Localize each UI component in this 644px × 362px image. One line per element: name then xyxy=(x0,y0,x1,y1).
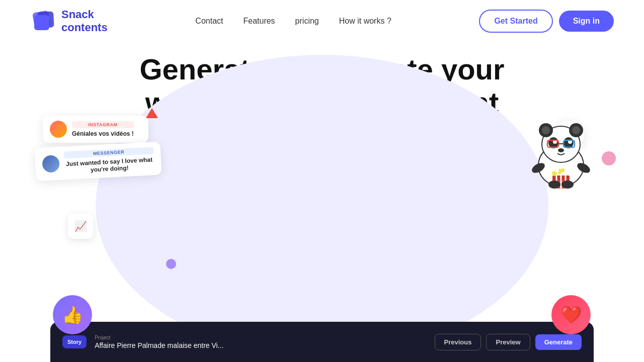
logo[interactable]: Snack contents xyxy=(30,8,108,35)
nav-how-it-works[interactable]: How it works ? xyxy=(339,17,391,25)
nav-features[interactable]: Features xyxy=(243,17,275,25)
triangle-decoration xyxy=(146,108,158,118)
story-badge: Story xyxy=(62,335,87,348)
svg-rect-2 xyxy=(34,15,49,30)
messenger-avatar xyxy=(42,155,60,173)
bottom-panel-right: Previous Preview Generate xyxy=(435,334,582,350)
bar-chart-icon: 📈 xyxy=(74,220,87,232)
nav-pricing[interactable]: pricing xyxy=(295,17,319,25)
svg-point-28 xyxy=(560,168,565,172)
svg-point-8 xyxy=(572,126,580,134)
nav-buttons: Get Started Sign in xyxy=(479,10,614,33)
generate-button[interactable]: Generate xyxy=(535,334,582,350)
nav-contact[interactable]: Contact xyxy=(195,17,223,25)
project-label: Project xyxy=(95,335,223,340)
messenger-card-content: MESSENGER Just wanted to say I love what… xyxy=(64,147,154,175)
social-heart-decoration: ❤️ xyxy=(551,295,591,334)
heart-icon: ❤️ xyxy=(560,305,582,325)
nav-links: Contact Features pricing How it works ? xyxy=(195,17,391,26)
bg-ellipse xyxy=(96,55,548,356)
svg-point-16 xyxy=(558,148,564,152)
like-icon: 👍 xyxy=(62,305,83,325)
instagram-badge: INSTAGRAM xyxy=(72,121,134,128)
instagram-card-content: INSTAGRAM Géniales vos vidéos ! xyxy=(72,121,134,137)
previous-button[interactable]: Previous xyxy=(435,334,481,350)
purple-dot-decoration xyxy=(166,259,176,269)
instagram-avatar xyxy=(50,121,67,138)
messenger-card-text: Just wanted to say I love what you're do… xyxy=(64,156,154,175)
project-info: Project Affaire Pierre Palmade malaise e… xyxy=(95,335,223,349)
svg-point-27 xyxy=(555,168,559,172)
bar-chart-decoration: 📈 xyxy=(68,214,93,239)
logo-icon xyxy=(30,8,56,34)
messenger-card: MESSENGER Just wanted to say I love what… xyxy=(34,142,162,182)
svg-point-29 xyxy=(548,180,560,189)
instagram-card-text: Géniales vos vidéos ! xyxy=(72,130,134,137)
bottom-panel: Story Project Affaire Pierre Palmade mal… xyxy=(50,322,594,362)
hero-section: INSTAGRAM Géniales vos vidéos ! 📊 📈 MESS… xyxy=(0,43,644,256)
logo-text: Snack contents xyxy=(61,8,108,35)
project-title: Affaire Pierre Palmade malaise entre Vi.… xyxy=(95,341,223,349)
svg-point-7 xyxy=(542,126,550,134)
navbar: Snack contents Contact Features pricing … xyxy=(0,0,644,43)
get-started-button[interactable]: Get Started xyxy=(479,10,552,33)
svg-point-30 xyxy=(561,180,574,189)
sign-in-button[interactable]: Sign in xyxy=(559,11,614,32)
pink-circle-decoration xyxy=(602,151,616,165)
panda-mascot xyxy=(523,110,599,186)
instagram-card: INSTAGRAM Géniales vos vidéos ! xyxy=(43,116,148,143)
preview-button[interactable]: Preview xyxy=(486,334,530,350)
bottom-panel-left: Story Project Affaire Pierre Palmade mal… xyxy=(62,335,425,349)
social-like-decoration: 👍 xyxy=(53,295,92,334)
